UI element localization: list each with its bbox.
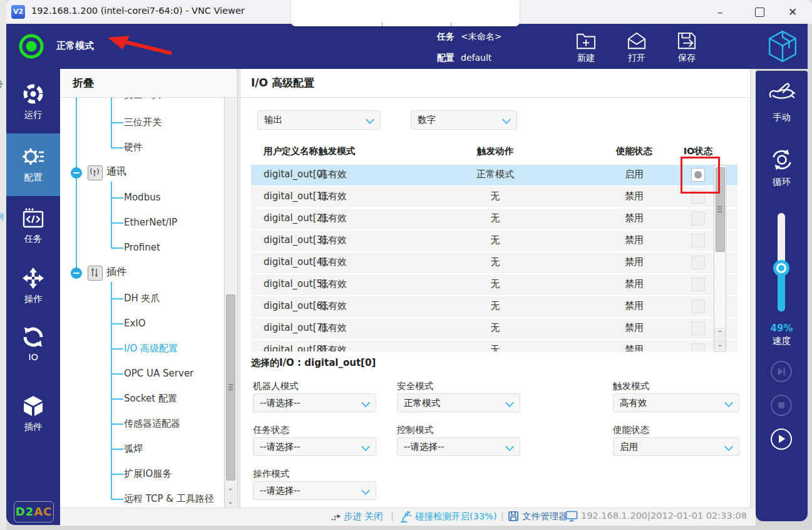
cell-trigger: 低有效 xyxy=(319,300,347,312)
robot-mode-select[interactable]: --请选择-- xyxy=(253,393,376,412)
table-row[interactable]: digital_out[5] 低有效 无 禁用 xyxy=(251,274,737,295)
table-row[interactable]: digital_out[0] 高有效 正常模式 启用 xyxy=(251,165,737,185)
brand-cube-logo xyxy=(767,30,798,63)
close-button[interactable]: ✕ xyxy=(784,4,801,20)
step-status[interactable]: 步进 关闭 xyxy=(344,511,383,522)
cell-name: digital_out[7] xyxy=(264,322,326,333)
cell-enable: 禁用 xyxy=(603,190,666,202)
tree-tick xyxy=(111,348,123,350)
skip-next-icon xyxy=(772,362,791,381)
control-mode-select[interactable]: --请选择-- xyxy=(397,437,520,456)
io-type-select[interactable]: 数字 xyxy=(411,110,517,130)
io-direction-select[interactable]: 输出 xyxy=(257,110,381,130)
tree-item[interactable]: Profinet xyxy=(124,242,160,253)
new-button-label: 新建 xyxy=(568,53,604,64)
sidebar-item-config[interactable]: 配置 xyxy=(6,144,60,169)
table-row[interactable]: digital_out[4] 低有效 无 禁用 xyxy=(251,252,737,273)
sidebar-item-task[interactable]: 任务 xyxy=(6,207,60,229)
save-button[interactable]: 保存 xyxy=(669,31,704,64)
comms-antenna-icon xyxy=(88,165,103,180)
table-row[interactable]: digital_out[3] 低有效 无 禁用 xyxy=(251,231,737,251)
new-button[interactable]: 新建 xyxy=(568,31,604,64)
cell-trigger: 低有效 xyxy=(319,278,347,290)
scroll-down-button[interactable]: ⌄ xyxy=(714,339,726,350)
tree-item-selected[interactable]: I/O 高级配置 xyxy=(124,343,178,355)
scroll-up-button[interactable]: ⌃ xyxy=(714,328,726,338)
tree-item[interactable]: 插件 xyxy=(106,266,126,279)
tree-item[interactable]: 硬件 xyxy=(124,142,143,153)
collision-status[interactable]: 碰撞检测开启(33%) xyxy=(415,511,497,522)
tree-item[interactable]: Socket 配置 xyxy=(124,393,177,405)
tree-tick xyxy=(111,222,123,224)
minimize-button[interactable]: – xyxy=(712,4,728,20)
sidebar-item-run[interactable]: 运行 xyxy=(6,83,60,105)
io-cycle-icon xyxy=(22,326,44,348)
maximize-button[interactable] xyxy=(755,8,764,17)
enable-state-select[interactable]: 启用 xyxy=(613,437,739,456)
scroll-down-button[interactable]: ⌄ xyxy=(225,496,236,507)
scrollbar-thumb[interactable] xyxy=(226,294,235,481)
tree-item[interactable]: 通讯 xyxy=(106,165,126,179)
tree-item[interactable]: Modbus xyxy=(124,192,160,203)
chevron-down-icon xyxy=(361,442,370,451)
open-envelope-icon xyxy=(627,31,647,50)
cell-action: 无 xyxy=(464,234,527,246)
tree-item[interactable]: 弧焊 xyxy=(124,443,143,455)
scroll-up-button[interactable]: ⌃ xyxy=(225,486,236,496)
file-manager-icon xyxy=(508,511,519,524)
tree-item[interactable]: DH 夹爪 xyxy=(124,293,160,304)
statusbar-divider: | xyxy=(501,511,504,521)
cell-action: 正常模式 xyxy=(464,169,527,180)
play-button[interactable] xyxy=(771,429,792,450)
sidebar-item-io[interactable]: IO xyxy=(6,326,60,348)
task-state-select[interactable]: --请选择-- xyxy=(253,437,376,456)
io-status-indicator xyxy=(691,234,705,247)
stop-button[interactable] xyxy=(771,395,792,416)
open-button[interactable]: 打开 xyxy=(619,31,654,64)
cell-name: digital_out[5] xyxy=(264,278,326,289)
tree-item[interactable]: OPC UA Server xyxy=(124,368,193,379)
collapse-node-icon[interactable] xyxy=(71,167,82,179)
d2ac-button[interactable]: D2AC xyxy=(14,501,54,522)
task-label: 任务 xyxy=(437,31,455,43)
cell-trigger: 低有效 xyxy=(319,322,347,334)
monitor-icon xyxy=(565,511,578,524)
step-forward-button[interactable] xyxy=(771,361,792,382)
tree-item[interactable]: EtherNet/IP xyxy=(124,217,177,228)
sidebar-item-operate[interactable]: 操作 xyxy=(6,267,60,289)
collapse-node-icon[interactable] xyxy=(71,268,82,279)
speed-slider-thumb[interactable] xyxy=(773,260,789,276)
safety-mode-select[interactable]: 正常模式 xyxy=(397,393,520,412)
tree-item[interactable]: 传感器适配器 xyxy=(124,418,180,430)
tree-tick xyxy=(111,147,123,148)
table-row[interactable]: digital_out[2] 低有效 无 禁用 xyxy=(251,209,737,229)
move-arrows-icon xyxy=(22,267,44,289)
sidebar-item-plugin[interactable]: 插件 xyxy=(6,395,60,417)
table-row[interactable]: digital_out[6] 低有效 无 禁用 xyxy=(251,296,737,317)
tree-item[interactable]: 远程 TCP & 工具路径 xyxy=(124,493,214,505)
tree-header-label: 折叠 xyxy=(73,76,94,90)
column-header: 触发动作 xyxy=(464,145,527,157)
cell-name: digital_out[8] xyxy=(264,344,326,351)
trigger-mode-select[interactable]: 高有效 xyxy=(613,393,739,412)
chevron-down-icon xyxy=(505,398,514,407)
robot-mode-value: --请选择-- xyxy=(260,397,300,409)
tree-tick xyxy=(111,298,123,299)
vnc-toolbar-strip[interactable] xyxy=(291,0,520,26)
table-row[interactable]: digital_out[1] 低有效 无 禁用 xyxy=(251,187,737,207)
manual-mode-button[interactable]: 手动 xyxy=(756,80,808,104)
tree-item[interactable]: 扩展IO服务 xyxy=(124,468,172,480)
io-status-indicator xyxy=(691,278,705,291)
table-row-partial[interactable]: digital_out[8] 低有效 无 禁用 xyxy=(251,340,737,351)
cell-trigger: 低有效 xyxy=(319,190,347,202)
tree-panel-header: 折叠 xyxy=(60,69,237,98)
operate-mode-select[interactable]: --请选择-- xyxy=(253,481,376,500)
table-row[interactable]: digital_out[7] 低有效 无 禁用 xyxy=(251,318,737,339)
tree-item[interactable]: 三位开关 xyxy=(124,117,162,128)
app-topbar: 正常模式 任务 <未命名> 配置 default 新建 打开 xyxy=(6,24,808,69)
tree-scrollbar[interactable]: ⌃ ⌄ xyxy=(224,98,236,507)
loop-mode-button[interactable]: 循环 xyxy=(756,147,808,172)
cell-action: 无 xyxy=(464,300,527,312)
tree-item[interactable]: ExIO xyxy=(124,318,146,329)
d2ac-label-left: D2 xyxy=(16,505,34,518)
